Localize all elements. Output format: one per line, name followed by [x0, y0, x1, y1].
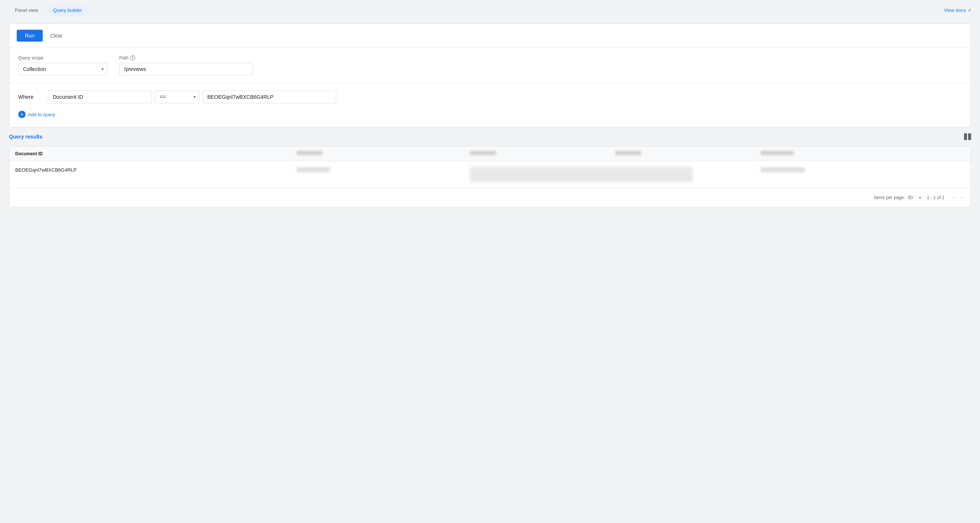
where-field-input[interactable] [48, 91, 152, 103]
cell-document-id: BEOEGqnl7wBXCB6G4RLP [9, 161, 291, 188]
col-blurred-4 [754, 146, 971, 161]
cell-blurred-1-content [296, 167, 330, 172]
col-blurred-4-content [760, 151, 794, 155]
results-card: Document ID [9, 146, 971, 207]
items-per-page-select-wrapper: 50 25 100 ▾ [908, 195, 921, 200]
col-blurred-1 [291, 146, 464, 161]
cell-blurred-3-content [760, 167, 805, 172]
path-input[interactable] [119, 63, 253, 75]
view-docs-label: View docs [944, 8, 966, 13]
results-table: Document ID [9, 146, 971, 188]
items-per-page-select[interactable]: 50 25 100 [908, 195, 921, 200]
path-label: Path ? [119, 56, 253, 60]
col-document-id: Document ID [9, 146, 291, 161]
query-builder-tab[interactable]: Query builder [47, 5, 88, 16]
cell-blurred-1 [291, 161, 464, 188]
table-footer: Items per page: 50 25 100 ▾ 1 - 1 of 1 ‹… [9, 188, 971, 207]
items-per-page-group: Items per page: 50 25 100 ▾ [874, 195, 921, 200]
results-header: Query results [9, 134, 971, 140]
panel-view-tab[interactable]: Panel view [9, 5, 44, 16]
results-title: Query results [9, 134, 42, 140]
add-to-query-label: Add to query [28, 112, 55, 118]
operator-select[interactable]: == != < <= > >= array-contains in not-in [155, 91, 199, 103]
operator-select-wrapper: == != < <= > >= array-contains in not-in… [155, 91, 199, 103]
view-docs-link[interactable]: View docs ↗ [944, 8, 971, 13]
pagination-nav: ‹ › [950, 193, 965, 202]
items-per-page-label: Items per page: [874, 195, 905, 200]
columns-view-toggle[interactable] [964, 134, 971, 140]
column-bar-1 [964, 134, 967, 140]
column-bar-2 [968, 134, 971, 140]
where-row: Where == != < <= > >= array-contains in … [18, 91, 962, 103]
add-to-query-button[interactable]: + Add to query [18, 109, 55, 119]
col-blurred-3 [609, 146, 754, 161]
path-help-icon[interactable]: ? [130, 56, 135, 60]
cell-blurred-3 [754, 161, 971, 188]
col-blurred-3-content [615, 151, 641, 155]
external-link-icon: ↗ [967, 8, 971, 13]
where-label: Where [18, 94, 48, 100]
scope-label: Query scope [18, 56, 107, 60]
where-value-input[interactable] [202, 91, 336, 103]
table-header-row: Document ID [9, 146, 971, 161]
results-section: Query results Document ID [9, 134, 971, 207]
path-field-group: Path ? [119, 56, 253, 75]
add-circle-icon: + [18, 111, 25, 118]
col-blurred-2-content [470, 151, 496, 155]
pagination-next-button[interactable]: › [958, 193, 965, 202]
table-row: BEOEGqnl7wBXCB6G4RLP [9, 161, 971, 188]
scope-select-wrapper: Collection Collection group ▾ [18, 63, 107, 75]
top-navigation: Panel view Query builder View docs ↗ [0, 0, 980, 21]
where-section: Where == != < <= > >= array-contains in … [9, 83, 971, 127]
cell-blurred-2-content [470, 167, 693, 182]
scope-field-group: Query scope Collection Collection group … [18, 56, 107, 75]
run-button[interactable]: Run [17, 30, 43, 41]
query-scope-section: Query scope Collection Collection group … [9, 48, 971, 83]
clear-button[interactable]: Clear [49, 30, 64, 41]
pagination-prev-button[interactable]: ‹ [950, 193, 956, 202]
pagination-range: 1 - 1 of 1 [927, 195, 944, 200]
toolbar: Run Clear [9, 24, 971, 48]
cell-blurred-2 [464, 161, 754, 188]
query-builder-card: Run Clear Query scope Collection Collect… [9, 24, 971, 127]
scope-select[interactable]: Collection Collection group [18, 63, 107, 75]
col-blurred-2 [464, 146, 609, 161]
nav-tabs: Panel view Query builder [9, 5, 88, 16]
main-content: Run Clear Query scope Collection Collect… [0, 21, 980, 216]
col-blurred-1-content [296, 151, 323, 155]
